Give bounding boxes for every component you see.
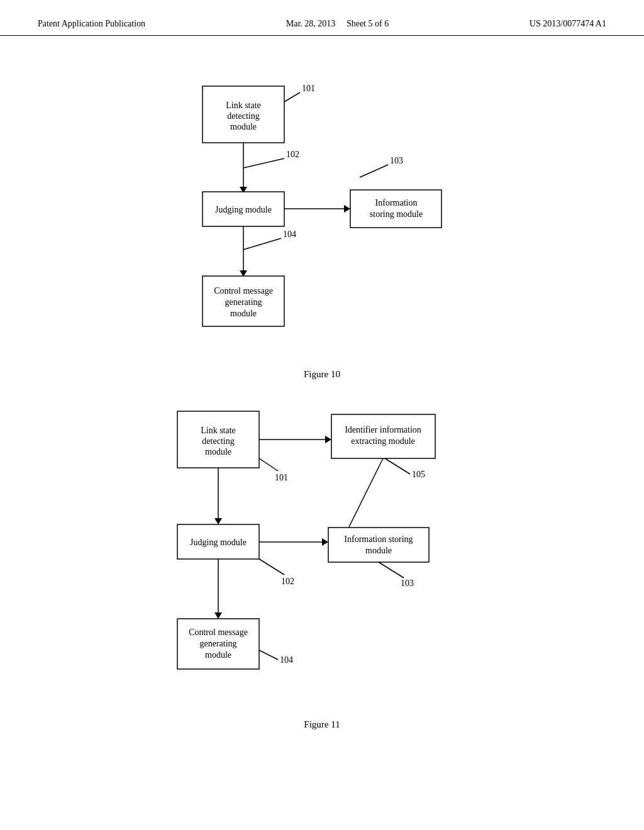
header-left: Patent Application Publication: [38, 19, 145, 29]
svg-text:module: module: [205, 650, 231, 660]
svg-text:Link state: Link state: [226, 101, 261, 110]
svg-line-42: [347, 458, 383, 531]
svg-line-38: [385, 458, 410, 474]
svg-line-61: [259, 650, 278, 660]
svg-line-14: [360, 165, 388, 177]
svg-line-53: [379, 562, 404, 578]
svg-text:101: 101: [302, 84, 315, 93]
svg-marker-41: [214, 518, 222, 524]
svg-line-4: [284, 92, 300, 102]
svg-marker-32: [325, 436, 331, 443]
page-header: Patent Application Publication Mar. 28, …: [0, 0, 644, 36]
svg-text:storing module: storing module: [370, 209, 423, 219]
svg-text:Judging module: Judging module: [215, 205, 272, 214]
svg-text:103: 103: [401, 578, 414, 588]
svg-text:Control message: Control message: [214, 286, 273, 296]
publication-label: Patent Application Publication: [38, 19, 145, 28]
figure10-svg: Link state detecting module 101 102 Judg…: [165, 74, 479, 363]
svg-marker-47: [322, 538, 328, 546]
svg-text:Identifier information: Identifier information: [345, 425, 421, 434]
svg-text:Link state: Link state: [201, 426, 236, 435]
svg-text:Judging module: Judging module: [190, 538, 247, 547]
svg-text:generating: generating: [225, 297, 262, 307]
header-center: Mar. 28, 2013 Sheet 5 of 6: [286, 19, 389, 29]
svg-text:module: module: [365, 546, 392, 555]
svg-text:generating: generating: [199, 639, 236, 648]
svg-rect-16: [350, 190, 441, 228]
main-content: Link state detecting module 101 102 Judg…: [0, 36, 644, 774]
svg-text:module: module: [205, 447, 231, 456]
figure11-diagram: Link state detecting module Identifier i…: [146, 399, 498, 713]
figure11-section: Link state detecting module Identifier i…: [50, 399, 594, 730]
svg-line-51: [259, 559, 284, 575]
svg-text:detecting: detecting: [202, 436, 234, 446]
svg-text:102: 102: [281, 577, 294, 586]
date-label: Mar. 28, 2013: [286, 19, 336, 28]
svg-marker-13: [344, 205, 350, 213]
svg-line-21: [243, 238, 281, 250]
svg-text:module: module: [230, 309, 257, 318]
svg-text:Information storing: Information storing: [344, 534, 413, 544]
svg-text:104: 104: [283, 230, 296, 239]
figure11-svg: Link state detecting module Identifier i…: [146, 399, 511, 726]
patent-number: US 2013/0077474 A1: [530, 19, 606, 28]
svg-text:detecting: detecting: [227, 111, 259, 121]
svg-text:103: 103: [390, 156, 403, 165]
figure10-diagram: Link state detecting module 101 102 Judg…: [165, 74, 479, 363]
svg-text:104: 104: [280, 655, 293, 665]
sheet-label: Sheet 5 of 6: [347, 19, 389, 28]
svg-marker-56: [214, 612, 222, 619]
header-right: US 2013/0077474 A1: [530, 19, 606, 29]
svg-text:102: 102: [286, 150, 299, 159]
svg-line-36: [259, 458, 278, 471]
svg-text:Control message: Control message: [189, 628, 248, 637]
figure10-section: Link state detecting module 101 102 Judg…: [50, 74, 594, 380]
svg-text:extracting module: extracting module: [351, 436, 414, 446]
svg-rect-48: [328, 528, 429, 562]
svg-text:Information: Information: [375, 198, 418, 208]
svg-text:105: 105: [412, 470, 425, 479]
svg-text:module: module: [230, 122, 257, 131]
figure10-label: Figure 10: [50, 369, 594, 380]
svg-line-8: [243, 158, 284, 168]
svg-text:101: 101: [275, 473, 288, 482]
